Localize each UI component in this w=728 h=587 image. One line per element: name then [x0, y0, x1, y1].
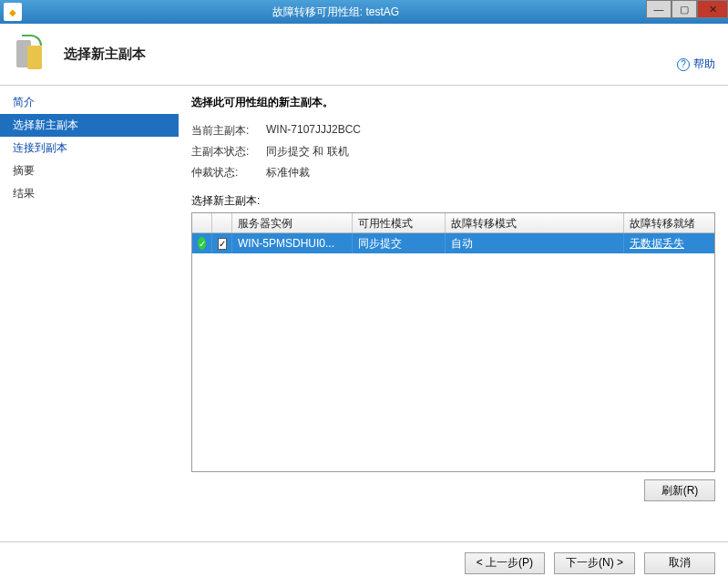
main-content: ? 帮助 选择此可用性组的新主副本。 当前主副本: WIN-7107JJJ2BC… — [179, 86, 728, 541]
select-replica-label: 选择新主副本: — [191, 193, 715, 209]
sidebar-item-connect[interactable]: 连接到副本 — [0, 137, 179, 160]
info-value: WIN-7107JJJ2BCC — [266, 123, 361, 139]
info-quorum-status: 仲裁状态: 标准仲裁 — [191, 165, 715, 180]
page-title: 选择新主副本 — [64, 46, 146, 63]
col-server[interactable]: 服务器实例 — [232, 213, 353, 232]
app-icon: ◆ — [4, 3, 22, 21]
info-current-primary: 当前主副本: WIN-7107JJJ2BCC — [191, 123, 715, 139]
cancel-button[interactable]: 取消 — [644, 552, 715, 574]
wizard-footer: < 上一步(P) 下一步(N) > 取消 — [0, 541, 728, 583]
checkbox-icon[interactable]: ✓ — [218, 238, 227, 250]
server-cell: WIN-5PMSDHUI0... — [232, 233, 353, 253]
next-button[interactable]: 下一步(N) > — [554, 552, 635, 574]
sidebar-item-select-primary[interactable]: 选择新主副本 — [0, 114, 179, 137]
col-check — [212, 213, 232, 232]
readiness-cell[interactable]: 无数据丢失 — [624, 233, 714, 253]
availability-cell: 同步提交 — [353, 233, 446, 253]
sidebar-item-summary: 摘要 — [0, 160, 179, 182]
window-title: 故障转移可用性组: testAG — [26, 5, 646, 20]
info-value: 同步提交 和 联机 — [266, 144, 349, 160]
col-readiness[interactable]: 故障转移就绪 — [624, 213, 714, 232]
info-label: 当前主副本: — [191, 123, 266, 139]
refresh-button[interactable]: 刷新(R) — [644, 479, 715, 501]
page-header: 选择新主副本 — [0, 24, 728, 86]
failover-cell: 自动 — [446, 233, 624, 253]
help-icon: ? — [677, 58, 690, 71]
info-label: 仲裁状态: — [191, 165, 266, 180]
prev-button[interactable]: < 上一步(P) — [465, 552, 545, 574]
title-bar: ◆ 故障转移可用性组: testAG — ▢ ✕ — [0, 0, 728, 24]
sidebar-item-intro[interactable]: 简介 — [0, 91, 179, 114]
status-ok-icon: ✓ — [198, 237, 206, 250]
col-failover-mode[interactable]: 故障转移模式 — [446, 213, 624, 232]
wizard-steps-sidebar: 简介 选择新主副本 连接到副本 摘要 结果 — [0, 86, 179, 541]
sidebar-item-result: 结果 — [0, 182, 179, 205]
grid-header: 服务器实例 可用性模式 故障转移模式 故障转移就绪 — [192, 213, 714, 233]
status-cell: ✓ — [192, 233, 212, 253]
checkbox-cell[interactable]: ✓ — [212, 233, 232, 253]
close-button[interactable]: ✕ — [697, 0, 728, 18]
info-label: 主副本状态: — [191, 144, 266, 160]
info-primary-status: 主副本状态: 同步提交 和 联机 — [191, 144, 715, 160]
help-label: 帮助 — [693, 57, 715, 72]
col-availability-mode[interactable]: 可用性模式 — [353, 213, 446, 232]
info-value: 标准仲裁 — [266, 165, 310, 180]
maximize-button[interactable]: ▢ — [672, 0, 697, 18]
instruction-text: 选择此可用性组的新主副本。 — [191, 95, 715, 110]
col-status — [192, 213, 212, 232]
wizard-icon — [16, 38, 49, 71]
help-link[interactable]: ? 帮助 — [677, 57, 715, 72]
replica-grid: 服务器实例 可用性模式 故障转移模式 故障转移就绪 ✓ ✓ WIN-5PMSDH… — [191, 212, 715, 472]
replica-row[interactable]: ✓ ✓ WIN-5PMSDHUI0... 同步提交 自动 无数据丢失 — [192, 233, 714, 253]
minimize-button[interactable]: — — [646, 0, 672, 18]
